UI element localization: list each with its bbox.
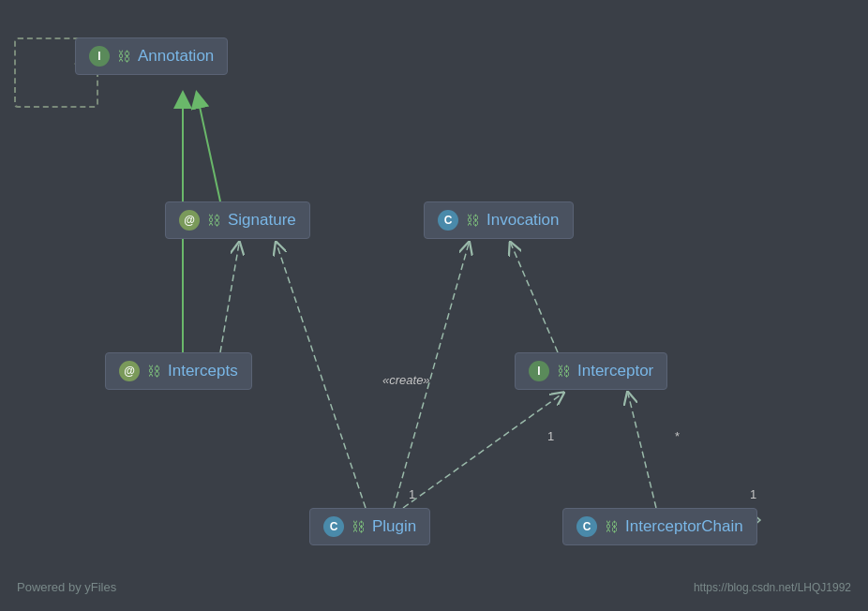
icon-invocation: ⛓ — [466, 213, 479, 228]
badge-intercepts: @ — [119, 361, 140, 381]
label-interceptor: Interceptor — [577, 362, 653, 380]
icon-interceptor: ⛓ — [557, 364, 570, 379]
svg-line-1 — [197, 94, 220, 201]
node-annotation[interactable]: I ⛓ Annotation — [75, 37, 228, 75]
multiplicity-star: * — [675, 429, 680, 443]
svg-line-4 — [277, 244, 366, 508]
icon-annotation: ⛓ — [117, 49, 130, 64]
icon-plugin: ⛓ — [352, 519, 365, 534]
node-invocation[interactable]: C ⛓ Invocation — [424, 201, 574, 239]
multiplicity-1c: 1 — [750, 487, 756, 501]
label-invocation: Invocation — [486, 211, 560, 230]
node-plugin[interactable]: C ⛓ Plugin — [309, 508, 430, 545]
diagram-container: I ⛓ Annotation @ ⛓ Signature C ⛓ Invocat… — [0, 0, 868, 611]
label-plugin: Plugin — [372, 517, 416, 536]
icon-intercepts: ⛓ — [147, 364, 160, 379]
label-interceptorchain: InterceptorChain — [625, 517, 743, 536]
svg-line-7 — [403, 394, 562, 508]
badge-annotation: I — [89, 46, 110, 67]
icon-interceptorchain: ⛓ — [605, 519, 618, 534]
node-interceptorchain[interactable]: C ⛓ InterceptorChain — [562, 508, 757, 545]
node-signature[interactable]: @ ⛓ Signature — [165, 201, 310, 239]
create-label: «create» — [382, 373, 430, 387]
badge-interceptor: I — [529, 361, 549, 381]
badge-plugin: C — [323, 516, 344, 537]
label-signature: Signature — [228, 211, 296, 230]
label-intercepts: Intercepts — [168, 362, 238, 380]
label-annotation: Annotation — [138, 47, 214, 66]
icon-signature: ⛓ — [207, 213, 220, 228]
badge-signature: @ — [179, 210, 200, 231]
svg-line-6 — [511, 244, 558, 352]
multiplicity-1b: 1 — [409, 487, 415, 501]
svg-line-8 — [628, 394, 656, 508]
watermark-left: Powered by yFiles — [17, 580, 116, 594]
watermark-right: https://blog.csdn.net/LHQJ1992 — [694, 581, 851, 594]
svg-line-3 — [220, 244, 239, 352]
badge-interceptorchain: C — [576, 516, 597, 537]
node-intercepts[interactable]: @ ⛓ Intercepts — [105, 352, 252, 390]
multiplicity-1a: 1 — [547, 429, 554, 443]
badge-invocation: C — [438, 210, 458, 231]
node-interceptor[interactable]: I ⛓ Interceptor — [515, 352, 667, 390]
